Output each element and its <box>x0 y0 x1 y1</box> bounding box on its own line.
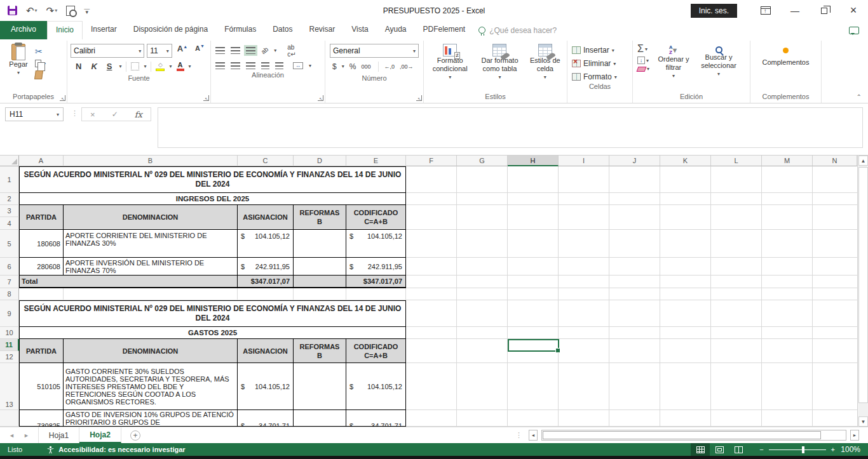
tab-formulas[interactable]: Fórmulas <box>216 21 264 39</box>
tab-disposicion[interactable]: Disposición de página <box>125 21 216 39</box>
name-box[interactable]: H11▾ <box>5 107 64 121</box>
delete-cells-button[interactable]: Eliminar▾ <box>572 58 628 69</box>
hdr-asignacion-2[interactable]: ASIGNACION <box>238 339 294 363</box>
select-all-corner[interactable] <box>0 156 19 166</box>
number-format-combo[interactable]: General▾ <box>330 44 419 58</box>
horizontal-scrollbar-thumb[interactable] <box>543 431 821 439</box>
name-box-dropdown-icon[interactable]: ▾ <box>57 112 59 117</box>
hdr-partida-2[interactable]: PARTIDA <box>19 339 64 363</box>
hdr-denominacion[interactable]: DENOMINACION <box>64 205 238 230</box>
sign-in-button[interactable]: Inic. ses. <box>691 4 737 18</box>
col-header-n[interactable]: N <box>813 156 857 166</box>
cell-b5[interactable]: APORTE CORRIENTE DEL MINISTERIO DE FINAN… <box>64 230 238 258</box>
redo-button[interactable]: ↷▾ <box>46 5 58 17</box>
cell-gastos-title[interactable]: GASTOS 2025 <box>19 327 406 339</box>
align-right-icon[interactable] <box>246 62 255 69</box>
align-bottom-icon[interactable] <box>246 47 255 54</box>
conditional-formatting-button[interactable]: Formato condicional▾ <box>426 41 474 81</box>
formula-input[interactable] <box>158 107 863 148</box>
cell-d5[interactable] <box>294 230 346 258</box>
alignment-dialog-launcher[interactable] <box>318 95 323 101</box>
fill-button[interactable]: ↓▾ <box>637 57 649 64</box>
decrease-indent-icon[interactable] <box>261 62 269 69</box>
vertical-scrollbar[interactable]: ▲ ▼ <box>857 156 868 427</box>
cell-e6[interactable]: $242.911,95 <box>346 258 406 276</box>
cell-acuerdo-title-2[interactable]: SEGÚN ACUERDO MINISTERIAL Nº 029 DEL MIN… <box>19 300 406 327</box>
insert-function-icon[interactable]: fx <box>135 110 142 119</box>
cell-a13[interactable]: 510105 <box>19 363 64 410</box>
cell-e13[interactable]: $104.105,12 <box>346 363 406 410</box>
tab-inicio[interactable]: Inicio <box>47 21 83 39</box>
scroll-left-icon[interactable]: ◄ <box>529 430 538 441</box>
sheet-tab-hoja2[interactable]: Hoja2 <box>79 427 121 443</box>
row-header-14[interactable] <box>0 410 19 427</box>
tell-me-box[interactable]: ¿Qué desea hacer? <box>473 21 557 39</box>
row-header-8[interactable]: 8 <box>0 288 19 300</box>
minimize-button[interactable]: — <box>780 0 810 21</box>
vertical-scrollbar-thumb[interactable] <box>858 167 868 403</box>
cell-e5[interactable]: $104.105,12 <box>346 230 406 258</box>
undo-dropdown-icon[interactable]: ▾ <box>35 8 37 13</box>
cell-c13[interactable]: $104.105,12 <box>238 363 294 410</box>
sort-filter-button[interactable]: AZ▼ Ordenar y filtrar▾ <box>653 41 694 80</box>
view-page-layout-button[interactable] <box>710 443 729 456</box>
percent-style-icon[interactable]: % <box>349 62 356 71</box>
borders-dropdown-icon[interactable]: ▾ <box>144 63 146 69</box>
col-header-m[interactable]: M <box>762 156 813 166</box>
col-header-j[interactable]: J <box>609 156 660 166</box>
underline-dropdown-icon[interactable]: ▾ <box>119 63 121 69</box>
grow-font-button[interactable]: A▲ <box>175 44 190 58</box>
fill-color-icon[interactable]: ◇ <box>156 62 165 71</box>
accessibility-status[interactable]: Accesibilidad: es necesario investigar <box>30 446 185 454</box>
col-header-k[interactable]: K <box>660 156 711 166</box>
format-cells-button[interactable]: Formato▾ <box>572 72 628 82</box>
col-header-c[interactable]: C <box>238 156 294 166</box>
cell-b6[interactable]: APORTE INVERSIÓN DEL MINISTERIO DE FINAN… <box>64 258 238 276</box>
cell-b8[interactable] <box>64 288 238 300</box>
confirm-entry-icon[interactable]: ✓ <box>112 110 118 119</box>
hdr-partida[interactable]: PARTIDA <box>19 205 64 230</box>
row-header-6[interactable]: 6 <box>0 258 19 276</box>
row-header-12[interactable]: 12 <box>0 351 19 363</box>
comments-icon[interactable] <box>849 27 859 34</box>
tab-ayuda[interactable]: Ayuda <box>377 21 415 39</box>
row-header-3[interactable]: 3 <box>0 205 19 217</box>
cell-total-reformas[interactable] <box>294 276 346 288</box>
row-header-4[interactable]: 4 <box>0 217 19 230</box>
restore-button[interactable] <box>810 0 839 21</box>
tab-revisar[interactable]: Revisar <box>301 21 344 39</box>
cell-d6[interactable] <box>294 258 346 276</box>
font-size-combo[interactable]: 11▾ <box>147 44 172 58</box>
col-header-f[interactable]: F <box>406 156 457 166</box>
col-header-g[interactable]: G <box>457 156 508 166</box>
cell-ingresos-title[interactable]: INGRESOS DEL 2025 <box>19 193 406 205</box>
comma-style-icon[interactable]: 000 <box>361 63 370 70</box>
clear-button[interactable]: ▾ <box>637 66 649 72</box>
cell-b13[interactable]: GASTO CORRIENTE 30% SUELDOS AUTORIDADES,… <box>64 363 238 410</box>
cut-icon[interactable]: ✂ <box>35 46 46 57</box>
row-header-7[interactable]: 7 <box>0 276 19 288</box>
paste-button[interactable]: Pegar ▾ <box>2 41 35 77</box>
col-header-h-selected[interactable]: H <box>508 156 559 166</box>
prev-sheet-icon[interactable]: ◄ <box>9 432 15 439</box>
cell-c14[interactable]: $34.701,71 <box>238 410 294 427</box>
font-name-combo[interactable]: Calibri▾ <box>71 44 144 58</box>
col-header-d[interactable]: D <box>294 156 346 166</box>
view-page-break-button[interactable] <box>729 443 748 456</box>
borders-icon[interactable] <box>131 62 139 70</box>
shrink-font-button[interactable]: A▼ <box>193 44 207 58</box>
underline-button[interactable]: S <box>104 62 115 71</box>
tab-archivo[interactable]: Archivo <box>0 21 47 39</box>
hdr-codificado[interactable]: CODIFICADOC=A+B <box>346 205 406 230</box>
hdr-reformas[interactable]: REFORMASB <box>294 205 346 230</box>
row-header-1[interactable]: 1 <box>0 166 19 193</box>
undo-button[interactable]: ↶▾ <box>26 5 37 17</box>
view-normal-button[interactable] <box>691 443 710 456</box>
cell-c5[interactable]: $104.105,12 <box>238 230 294 258</box>
align-middle-icon[interactable] <box>231 47 240 54</box>
align-center-icon[interactable] <box>231 62 240 69</box>
scroll-down-icon[interactable]: ▼ <box>858 416 868 427</box>
hdr-denominacion-2[interactable]: DENOMINACION <box>64 339 238 363</box>
active-cell-selection[interactable] <box>508 339 559 352</box>
row-header-9[interactable]: 9 <box>0 300 19 327</box>
